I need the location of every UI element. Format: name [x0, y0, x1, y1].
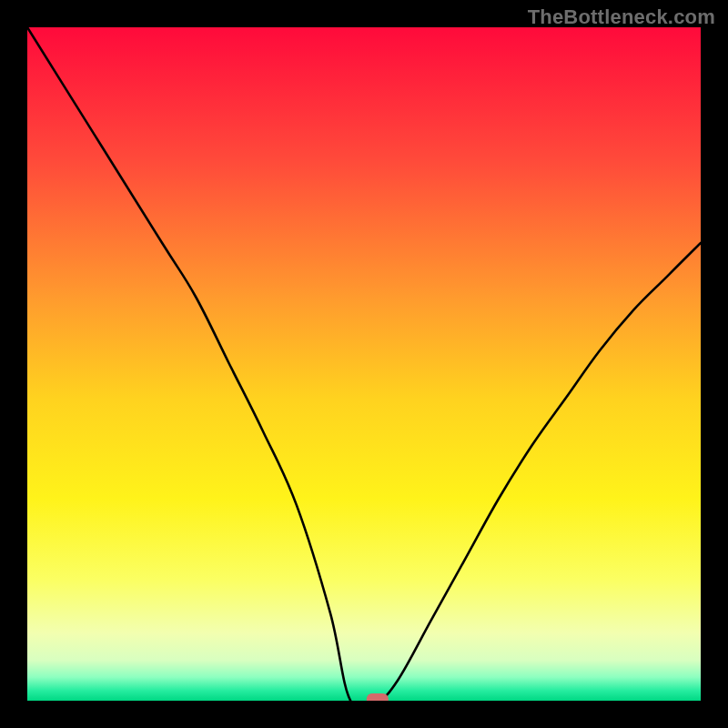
- chart-frame: TheBottleneck.com: [0, 0, 728, 728]
- plot-area: [27, 27, 701, 701]
- watermark-text: TheBottleneck.com: [528, 5, 715, 29]
- gradient-background: [27, 27, 701, 701]
- optimal-marker: [367, 693, 389, 701]
- chart-svg: [27, 27, 701, 701]
